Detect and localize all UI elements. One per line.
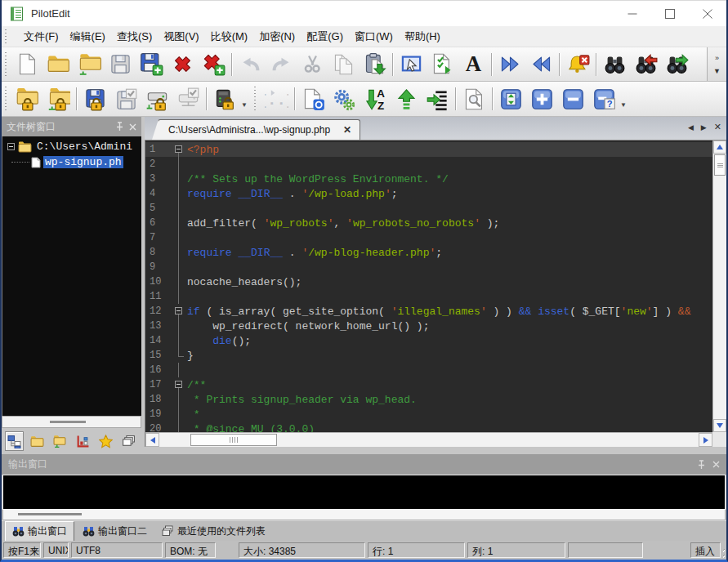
- tab-scroll-right-icon[interactable]: ▶: [701, 123, 707, 132]
- menu-e[interactable]: 编辑(E): [65, 26, 111, 47]
- menu-n[interactable]: 加密(N): [253, 26, 301, 47]
- resize-grip[interactable]: [723, 546, 725, 558]
- folder-lock-net-button[interactable]: [42, 84, 74, 114]
- tab-scroll-left-icon[interactable]: ◀: [688, 123, 694, 132]
- editor-vscrollbar[interactable]: [712, 140, 726, 432]
- redo-button[interactable]: [266, 50, 297, 79]
- vscroll-thumb[interactable]: [714, 154, 726, 176]
- folder-s-button[interactable]: [28, 431, 47, 451]
- net-lock-button[interactable]: [141, 84, 172, 114]
- paste-button[interactable]: [359, 50, 390, 79]
- menu-g[interactable]: 配置(G): [301, 26, 349, 47]
- save-lock-button[interactable]: [79, 84, 110, 114]
- menu-h[interactable]: 帮助(H): [399, 26, 446, 47]
- scroll-down-button[interactable]: [713, 419, 726, 432]
- goto-line-button[interactable]: [422, 84, 453, 114]
- fold-toggle-icon[interactable]: [172, 142, 187, 157]
- tree-root-label[interactable]: C:\Users\Admini: [35, 140, 134, 153]
- tree-view-button[interactable]: [5, 431, 24, 451]
- save-all-button[interactable]: [136, 50, 167, 79]
- svg-text:A: A: [377, 87, 385, 100]
- net-check-button[interactable]: [172, 84, 203, 114]
- fold-toggle-icon[interactable]: [172, 377, 187, 392]
- device-lock-button[interactable]: [209, 84, 240, 114]
- indent-button[interactable]: [494, 50, 525, 79]
- bottom-tab-输出窗口二[interactable]: 输出窗口二: [76, 522, 154, 541]
- checklist-button[interactable]: [427, 50, 458, 79]
- toolbar-overflow[interactable]: »▼: [707, 47, 726, 81]
- pin-icon[interactable]: [115, 122, 124, 132]
- gears-button[interactable]: [328, 84, 360, 114]
- output-pin-icon[interactable]: [697, 460, 706, 470]
- doc-gear-button[interactable]: [297, 84, 328, 114]
- sort-az-button[interactable]: AZ: [360, 84, 391, 114]
- cut-button[interactable]: [297, 50, 328, 79]
- folder-net-s-button[interactable]: [51, 431, 69, 451]
- close-all-button[interactable]: [198, 50, 229, 79]
- fit-button[interactable]: [495, 84, 526, 114]
- line-number: 6: [145, 217, 172, 229]
- save-check-button[interactable]: [110, 84, 141, 114]
- menu-w[interactable]: 窗口(W): [349, 26, 399, 47]
- menu-v[interactable]: 视图(V): [158, 26, 204, 47]
- open-folder-button[interactable]: [42, 50, 74, 79]
- save-button[interactable]: [105, 50, 136, 79]
- minus-help-button[interactable]: ?: [588, 84, 619, 114]
- code-editor[interactable]: 1<?php23/** Sets up the WordPress Enviro…: [145, 140, 712, 432]
- tab-list-close-icon[interactable]: ✕: [714, 122, 721, 132]
- output-content[interactable]: [2, 475, 726, 510]
- folder-lock-button[interactable]: [11, 84, 42, 114]
- find-prev-button[interactable]: [630, 50, 661, 79]
- plus-button[interactable]: [526, 84, 557, 114]
- tree-file-label[interactable]: wp-signup.ph: [43, 156, 123, 168]
- menu-m[interactable]: 比较(M): [205, 26, 254, 47]
- close-button[interactable]: [689, 1, 726, 26]
- alarm-off-button[interactable]: [562, 50, 593, 79]
- minus-button[interactable]: [557, 84, 588, 114]
- stack-s-button[interactable]: [119, 431, 138, 451]
- toolbar3-gripper[interactable]: [253, 87, 257, 110]
- editor-tab[interactable]: C:\Users\Administra...\wp-signup.php ✕: [158, 119, 360, 140]
- font-button[interactable]: A: [458, 50, 489, 79]
- scroll-right-button[interactable]: [699, 433, 712, 447]
- code-line-18: 18 * Prints signup_header via wp_head.: [145, 392, 712, 407]
- panel-close-icon[interactable]: [129, 123, 136, 131]
- unindent-button[interactable]: [525, 50, 556, 79]
- tree-root-folder[interactable]: C:\Users\Admini: [2, 139, 141, 154]
- new-file-button[interactable]: [11, 50, 42, 79]
- toolbar1-gripper[interactable]: [4, 52, 8, 76]
- toolbar-dropdown-arrow[interactable]: ▼: [240, 84, 248, 114]
- move-up-button[interactable]: [391, 84, 422, 114]
- close-file-button[interactable]: [167, 50, 198, 79]
- chart-s-button[interactable]: [74, 431, 92, 451]
- find-next-button[interactable]: [661, 50, 692, 79]
- file-tree-hscrollbar[interactable]: [2, 416, 141, 428]
- editor-hscrollbar[interactable]: [145, 432, 712, 447]
- menu-s[interactable]: 查找(S): [111, 26, 158, 47]
- collapse-icon[interactable]: [7, 143, 15, 150]
- hscroll-thumb[interactable]: [190, 434, 277, 446]
- undo-button[interactable]: [234, 50, 266, 79]
- menubar-gripper[interactable]: [4, 29, 8, 44]
- output-scrollbar[interactable]: [2, 510, 726, 520]
- scroll-up-button[interactable]: [713, 140, 726, 154]
- fold-toggle-icon[interactable]: [172, 304, 187, 319]
- find-button[interactable]: [599, 50, 630, 79]
- bottom-tab-输出窗口[interactable]: 输出窗口: [5, 521, 74, 542]
- column-select-button[interactable]: [395, 50, 427, 79]
- open-ftp-button[interactable]: [74, 50, 105, 79]
- menu-f[interactable]: 文件(F): [18, 26, 65, 47]
- scroll-left-button[interactable]: [145, 433, 159, 447]
- doc-find-button[interactable]: [458, 84, 489, 114]
- toolbar-dropdown-arrow[interactable]: ▼: [619, 84, 628, 114]
- minimize-button[interactable]: [614, 1, 651, 26]
- tab-close-icon[interactable]: ✕: [343, 124, 351, 136]
- bottom-tab-最近使用的文件列表[interactable]: 最近使用的文件列表: [155, 522, 272, 541]
- braces-button[interactable]: {..}: [261, 84, 292, 114]
- copy-button[interactable]: [328, 50, 359, 79]
- output-close-icon[interactable]: [712, 461, 720, 468]
- star-s-button[interactable]: [96, 431, 115, 451]
- toolbar2-gripper[interactable]: [4, 87, 8, 110]
- maximize-button[interactable]: [651, 1, 689, 26]
- tree-file-item[interactable]: wp-signup.ph: [2, 154, 141, 170]
